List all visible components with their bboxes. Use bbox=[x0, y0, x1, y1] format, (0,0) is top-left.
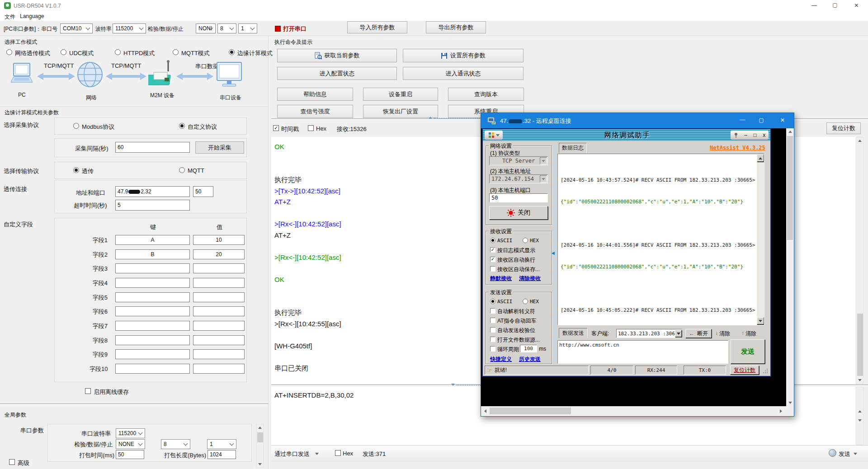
chevron-down-icon[interactable] bbox=[854, 453, 857, 455]
netassist-minimize-button[interactable]: – bbox=[744, 132, 747, 138]
file-source-checkbox[interactable] bbox=[490, 337, 495, 342]
field-key-input[interactable] bbox=[115, 278, 190, 288]
scroll-down-icon[interactable] bbox=[856, 417, 863, 424]
field-value-input[interactable]: 10 bbox=[193, 235, 245, 245]
hex-checkbox[interactable] bbox=[308, 125, 314, 131]
field-value-input[interactable] bbox=[193, 263, 245, 273]
scroll-up-icon[interactable] bbox=[256, 424, 263, 431]
global-scrollbar[interactable] bbox=[256, 424, 264, 468]
auto-wrap-label[interactable]: 接收区自动换行 bbox=[497, 256, 535, 264]
clear-send-button[interactable]: ↑清除 bbox=[741, 330, 756, 338]
mode-label[interactable]: 网络透传模式 bbox=[15, 49, 50, 57]
mode-label[interactable]: UDC模式 bbox=[69, 49, 94, 57]
data-log-tab[interactable]: 数据日志 bbox=[559, 143, 587, 153]
stopbits-select[interactable]: 1 bbox=[238, 23, 257, 33]
rdp-minimize-button[interactable]: — bbox=[733, 113, 751, 128]
clear-recv-link[interactable]: 清除接收 bbox=[519, 275, 541, 282]
start-collect-button[interactable]: 开始采集 bbox=[195, 141, 244, 154]
checksum-label[interactable]: 自动发送校验位 bbox=[497, 327, 535, 334]
mode-radio-passthrough[interactable] bbox=[6, 49, 12, 55]
scroll-left-icon[interactable] bbox=[482, 408, 489, 414]
modbus-label[interactable]: Modbus协议 bbox=[82, 123, 114, 131]
mode-radio-httpd[interactable] bbox=[115, 49, 121, 55]
menu-language[interactable]: Language bbox=[20, 13, 44, 19]
splitter-collapse-icon[interactable] bbox=[429, 117, 432, 119]
maximize-button[interactable]: ▢ bbox=[825, 0, 845, 12]
import-all-button[interactable]: 导入所有参数 bbox=[347, 21, 407, 33]
log-scrollbar[interactable] bbox=[856, 137, 863, 384]
auto-save-checkbox[interactable] bbox=[490, 266, 495, 272]
rdp-maximize-button[interactable]: ▢ bbox=[752, 113, 770, 128]
disconnect-button[interactable]: ←断开 bbox=[685, 329, 712, 338]
set-params-button[interactable]: 设置所有参数 bbox=[403, 49, 524, 62]
device-reboot-button[interactable]: 设备重启 bbox=[363, 88, 438, 101]
scroll-up-icon[interactable] bbox=[856, 137, 863, 144]
local-port-input[interactable]: 50 bbox=[489, 193, 548, 202]
na-reset-count-button[interactable]: 复位计数 bbox=[730, 366, 759, 375]
field-value-input[interactable] bbox=[193, 364, 245, 374]
field-key-input[interactable]: B bbox=[115, 249, 190, 259]
netassist-maximize-button[interactable]: □ bbox=[753, 132, 756, 138]
menu-file[interactable]: 文件 bbox=[5, 13, 15, 21]
clear-recv-button[interactable]: ↓清除 bbox=[715, 330, 730, 338]
enter-comm-button[interactable]: 进入通讯状态 bbox=[403, 67, 524, 80]
open-serial-button[interactable]: 打开串口 bbox=[283, 25, 307, 33]
rdp-vscrollbar[interactable] bbox=[786, 128, 794, 416]
custom-proto-label[interactable]: 自定义协议 bbox=[188, 123, 217, 131]
minimize-button[interactable]: — bbox=[804, 0, 825, 12]
log-mode-label[interactable]: 按日志模式显示 bbox=[497, 247, 535, 254]
data-send-tab[interactable]: 数据发送 bbox=[559, 328, 588, 338]
parity-select[interactable]: NONI bbox=[196, 23, 216, 33]
offline-cache-checkbox[interactable] bbox=[85, 388, 91, 394]
send-input-text[interactable]: AT+INSERTDB=2,B,30,02 bbox=[274, 391, 354, 399]
recv-ascii-label[interactable]: ASCII bbox=[497, 238, 512, 244]
field-key-input[interactable] bbox=[115, 349, 190, 359]
field-key-input[interactable] bbox=[115, 263, 190, 273]
silent-recv-link[interactable]: 静默接收 bbox=[490, 275, 512, 282]
advanced-checkbox[interactable] bbox=[9, 459, 15, 465]
field-key-input[interactable] bbox=[115, 321, 190, 331]
netassist-version-link[interactable]: NetAssist V4.3.25 bbox=[710, 145, 765, 151]
field-value-input[interactable] bbox=[193, 335, 245, 345]
mqtt-radio[interactable] bbox=[179, 167, 185, 173]
field-value-input[interactable] bbox=[193, 321, 245, 331]
close-button[interactable]: ✕ bbox=[846, 0, 867, 12]
recv-hex-label[interactable]: HEX bbox=[530, 238, 539, 244]
recv-hex-radio[interactable] bbox=[523, 238, 528, 243]
cycle-checkbox[interactable] bbox=[490, 346, 495, 352]
scroll-down-icon[interactable] bbox=[757, 317, 764, 324]
scroll-down-icon[interactable] bbox=[256, 461, 263, 468]
reset-count-button[interactable]: 复位计数 bbox=[826, 122, 861, 134]
file-source-label[interactable]: 打开文件数据源... bbox=[497, 336, 540, 344]
field-key-input[interactable] bbox=[115, 364, 190, 374]
send-textarea[interactable]: http://www.cmsoft.cn bbox=[557, 340, 728, 364]
field-value-input[interactable] bbox=[193, 306, 245, 316]
gstopbits-select[interactable]: 1 bbox=[207, 439, 236, 449]
send-scrollbar[interactable] bbox=[856, 387, 863, 445]
scroll-up-icon[interactable] bbox=[757, 155, 764, 162]
send-ascii-label[interactable]: ASCII bbox=[497, 299, 512, 305]
scroll-up-icon[interactable] bbox=[787, 128, 793, 135]
rdp-close-button[interactable]: ✕ bbox=[772, 113, 793, 128]
gparity-select[interactable]: NONE bbox=[116, 439, 145, 449]
at-cr-checkbox[interactable] bbox=[490, 318, 495, 323]
hex-label[interactable]: Hex bbox=[316, 125, 326, 132]
mode-label[interactable]: 边缘计算模式 bbox=[237, 49, 273, 57]
local-host-select[interactable]: 172.24.67.154 bbox=[489, 174, 548, 183]
field-value-input[interactable]: 20 bbox=[193, 249, 245, 259]
timeout-input[interactable]: 5 bbox=[115, 200, 190, 211]
rdp-titlebar[interactable]: 47..32 - 远程桌面连接 — ▢ ✕ bbox=[481, 113, 794, 128]
resize-grip-icon[interactable] bbox=[762, 368, 769, 374]
field-key-input[interactable] bbox=[115, 306, 190, 316]
enter-config-button[interactable]: 进入配置状态 bbox=[277, 67, 397, 80]
client-chevron[interactable] bbox=[675, 330, 682, 337]
host-chevron[interactable] bbox=[540, 175, 547, 183]
mode-radio-udc[interactable] bbox=[61, 49, 66, 55]
netassist-send-button[interactable]: 发送 bbox=[731, 339, 765, 364]
mode-radio-edge[interactable] bbox=[229, 49, 235, 55]
send-hex-checkbox[interactable] bbox=[335, 450, 341, 456]
log-mode-checkbox[interactable]: ✓ bbox=[490, 247, 495, 253]
left-splitter[interactable] bbox=[0, 403, 268, 405]
send-ascii-radio[interactable] bbox=[490, 299, 495, 304]
field-key-input[interactable] bbox=[115, 292, 190, 302]
